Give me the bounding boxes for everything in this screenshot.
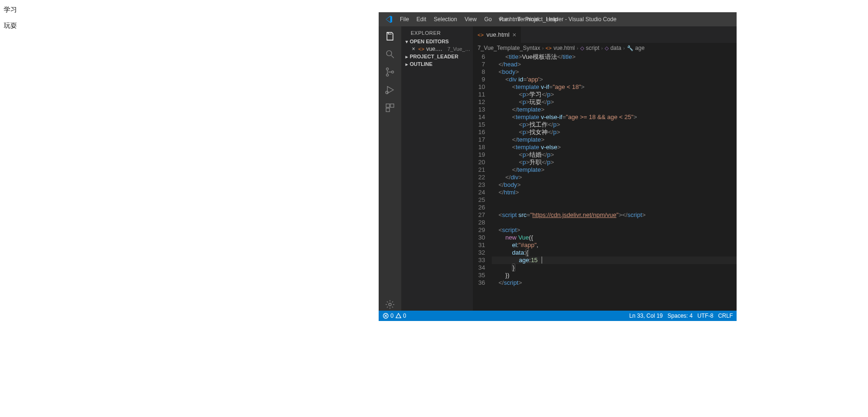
code-line[interactable]: } bbox=[492, 264, 737, 272]
menu-run[interactable]: Run bbox=[496, 14, 513, 24]
close-icon[interactable]: × bbox=[512, 31, 516, 39]
code-line[interactable]: <template v-else-if="age >= 18 && age < … bbox=[492, 113, 737, 121]
search-icon[interactable] bbox=[384, 48, 396, 60]
code-line[interactable]: }) bbox=[492, 272, 737, 279]
code-lines[interactable]: <title>Vue模板语法</title> </head> <body> <d… bbox=[492, 53, 737, 311]
menu-file[interactable]: File bbox=[397, 14, 412, 24]
outline-label: OUTLINE bbox=[410, 61, 432, 67]
code-line[interactable]: <template v-if="age < 18"> bbox=[492, 83, 737, 91]
outline-header[interactable]: ▸ OUTLINE bbox=[401, 60, 473, 68]
code-line[interactable]: <p>找女神</p> bbox=[492, 128, 737, 136]
menu-go[interactable]: Go bbox=[481, 14, 495, 24]
line-number: 14 bbox=[473, 113, 485, 121]
open-file-name: vue.html bbox=[426, 46, 445, 52]
close-icon[interactable]: × bbox=[411, 46, 416, 52]
output-line-1: 学习 bbox=[4, 6, 17, 14]
main-menu: FileEditSelectionViewGoRunTerminalHelp bbox=[397, 14, 561, 24]
code-line[interactable] bbox=[492, 204, 737, 211]
line-number: 8 bbox=[473, 68, 485, 76]
svg-rect-7 bbox=[386, 108, 389, 112]
encoding-status[interactable]: UTF-8 bbox=[698, 313, 714, 319]
svg-rect-5 bbox=[386, 104, 389, 107]
browser-render-area: 学习 玩耍 bbox=[4, 6, 17, 38]
menu-selection[interactable]: Selection bbox=[430, 14, 460, 24]
line-number: 28 bbox=[473, 219, 485, 226]
menu-terminal[interactable]: Terminal bbox=[514, 14, 542, 24]
code-line[interactable]: </body> bbox=[492, 181, 737, 189]
explorer-sidebar: EXPLORER ▾ OPEN EDITORS × <> vue.html 7_… bbox=[401, 26, 473, 311]
breadcrumb[interactable]: 7_Vue_Template_Syntax›<>vue.html›◇script… bbox=[473, 43, 737, 53]
open-editor-file[interactable]: × <> vue.html 7_Vue_Te... bbox=[401, 45, 473, 53]
code-line[interactable]: <p>找工作</p> bbox=[492, 121, 737, 128]
warning-icon bbox=[395, 313, 402, 319]
code-line[interactable]: <script src="https://cdn.jsdelivr.net/np… bbox=[492, 211, 737, 219]
code-line[interactable]: <p>玩耍</p> bbox=[492, 98, 737, 106]
line-number: 26 bbox=[473, 204, 485, 211]
line-number: 27 bbox=[473, 211, 485, 219]
main-area: EXPLORER ▾ OPEN EDITORS × <> vue.html 7_… bbox=[379, 26, 737, 311]
debug-icon[interactable] bbox=[384, 84, 396, 96]
menu-view[interactable]: View bbox=[461, 14, 480, 24]
data-icon: ◇ bbox=[605, 45, 608, 51]
code-editor[interactable]: 6789101112131415161718192021222324252627… bbox=[473, 53, 737, 311]
indent-status[interactable]: Spaces: 4 bbox=[667, 313, 692, 319]
breadcrumb-item[interactable]: age bbox=[635, 45, 645, 51]
line-number: 33 bbox=[473, 257, 485, 264]
code-line[interactable]: </template> bbox=[492, 166, 737, 174]
output-line-2: 玩耍 bbox=[4, 22, 17, 30]
code-line[interactable]: <title>Vue模板语法</title> bbox=[492, 53, 737, 61]
line-number: 23 bbox=[473, 181, 485, 189]
code-line[interactable]: <script> bbox=[492, 226, 737, 234]
menu-help[interactable]: Help bbox=[543, 14, 561, 24]
breadcrumb-sep: › bbox=[542, 46, 544, 51]
line-number: 32 bbox=[473, 249, 485, 257]
settings-gear-icon[interactable] bbox=[384, 298, 396, 311]
cursor-position[interactable]: Ln 33, Col 19 bbox=[629, 313, 663, 319]
svg-point-2 bbox=[386, 74, 389, 76]
code-line[interactable]: <p>学习</p> bbox=[492, 91, 737, 98]
breadcrumb-item[interactable]: 7_Vue_Template_Syntax bbox=[478, 45, 540, 51]
code-line[interactable]: </template> bbox=[492, 106, 737, 113]
code-line[interactable]: <p>升职</p> bbox=[492, 159, 737, 166]
line-number: 19 bbox=[473, 151, 485, 159]
breadcrumb-item[interactable]: data bbox=[610, 45, 621, 51]
open-editors-header[interactable]: ▾ OPEN EDITORS bbox=[401, 38, 473, 45]
code-line[interactable]: </html> bbox=[492, 189, 737, 196]
code-line[interactable]: <body> bbox=[492, 68, 737, 76]
html-file-icon: <> bbox=[545, 45, 552, 51]
code-line[interactable]: </div> bbox=[492, 174, 737, 181]
code-line[interactable] bbox=[492, 219, 737, 226]
project-header[interactable]: ▸ PROJECT_LEADER bbox=[401, 53, 473, 60]
line-number: 35 bbox=[473, 272, 485, 279]
source-control-icon[interactable] bbox=[384, 66, 396, 78]
breadcrumb-item[interactable]: script bbox=[586, 45, 600, 51]
code-line[interactable]: <template v-else> bbox=[492, 144, 737, 151]
code-line[interactable]: new Vue({ bbox=[492, 234, 737, 241]
menu-edit[interactable]: Edit bbox=[413, 14, 430, 24]
extensions-icon[interactable] bbox=[384, 102, 396, 114]
code-line[interactable] bbox=[492, 196, 737, 204]
errors-status[interactable]: 0 0 bbox=[382, 313, 406, 319]
code-line[interactable]: <div id='app'> bbox=[492, 76, 737, 83]
breadcrumb-sep: › bbox=[601, 46, 603, 51]
breadcrumb-item[interactable]: vue.html bbox=[553, 45, 575, 51]
code-line[interactable]: </script> bbox=[492, 279, 737, 287]
line-number: 15 bbox=[473, 121, 485, 128]
title-bar: FileEditSelectionViewGoRunTerminalHelp v… bbox=[379, 12, 737, 26]
vscode-window: FileEditSelectionViewGoRunTerminalHelp v… bbox=[379, 12, 737, 321]
code-line[interactable]: data:{ bbox=[492, 249, 737, 257]
eol-status[interactable]: CRLF bbox=[718, 313, 733, 319]
code-line[interactable]: </template> bbox=[492, 136, 737, 144]
property-icon: 🔧 bbox=[627, 45, 633, 51]
code-line[interactable]: <p>结婚</p> bbox=[492, 151, 737, 159]
code-line[interactable]: el:"#app", bbox=[492, 241, 737, 249]
chevron-right-icon: ▸ bbox=[403, 54, 410, 59]
code-line[interactable]: age:15 bbox=[492, 257, 737, 264]
error-count: 0 bbox=[390, 313, 394, 319]
tab-vue-html[interactable]: <> vue.html × bbox=[473, 26, 521, 43]
line-number: 6 bbox=[473, 53, 485, 61]
line-number: 34 bbox=[473, 264, 485, 272]
line-number: 7 bbox=[473, 61, 485, 68]
explorer-icon[interactable] bbox=[384, 30, 396, 42]
code-line[interactable]: </head> bbox=[492, 61, 737, 68]
